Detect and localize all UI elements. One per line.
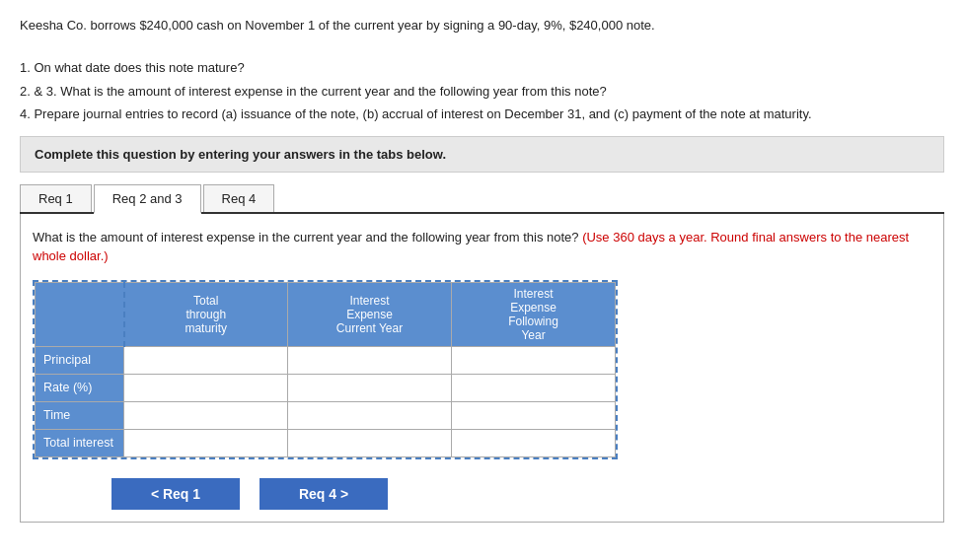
tab-req23[interactable]: Req 2 and 3 <box>94 184 201 214</box>
input-r2-c2[interactable] <box>456 408 611 422</box>
input-r0-c2[interactable] <box>456 353 611 367</box>
input-r0-c1[interactable] <box>292 353 447 367</box>
input-r2-c0[interactable] <box>128 408 283 422</box>
cell-r1-c0[interactable] <box>124 374 288 401</box>
tab-req4[interactable]: Req 4 <box>203 184 275 212</box>
input-r0-c0[interactable] <box>128 353 283 367</box>
tab-req1[interactable]: Req 1 <box>20 184 92 212</box>
input-r1-c1[interactable] <box>292 381 447 394</box>
row-label-total-interest: Total interest <box>36 429 124 456</box>
col-header-following: InterestExpenseFollowingYear <box>452 282 616 346</box>
corner-header <box>36 282 124 346</box>
row-label-time: Time <box>36 401 124 429</box>
next-button[interactable]: Req 4 > <box>260 478 388 510</box>
cell-r2-c2[interactable] <box>452 401 616 429</box>
cell-r3-c2[interactable] <box>452 429 616 456</box>
intro-q23: 2. & 3. What is the amount of interest e… <box>20 82 944 102</box>
table-row: Time <box>36 401 616 429</box>
cell-r0-c1[interactable] <box>288 346 452 374</box>
question-box: Complete this question by entering your … <box>20 136 944 173</box>
input-r3-c1[interactable] <box>292 436 447 450</box>
instruction-main: What is the amount of interest expense i… <box>33 230 579 245</box>
cell-r1-c2[interactable] <box>452 374 616 401</box>
interest-table: Totalthroughmaturity InterestExpenseCurr… <box>35 282 616 457</box>
row-label-principal: Principal <box>36 346 124 374</box>
cell-r3-c0[interactable] <box>124 429 288 456</box>
cell-r0-c0[interactable] <box>124 346 288 374</box>
col-header-total: Totalthroughmaturity <box>124 282 288 346</box>
table-row: Rate (%) <box>36 374 616 401</box>
input-r1-c0[interactable] <box>128 381 283 394</box>
tabs-row: Req 1 Req 2 and 3 Req 4 <box>20 184 944 214</box>
cell-r2-c1[interactable] <box>288 401 452 429</box>
cell-r3-c1[interactable] <box>288 429 452 456</box>
prev-button[interactable]: < Req 1 <box>111 478 240 510</box>
intro-line1: Keesha Co. borrows $240,000 cash on Nove… <box>20 16 944 35</box>
input-r2-c1[interactable] <box>292 408 447 422</box>
input-r1-c2[interactable] <box>456 381 611 394</box>
buttons-row: < Req 1 Req 4 > <box>111 478 931 510</box>
interest-table-wrapper: Totalthroughmaturity InterestExpenseCurr… <box>33 280 618 459</box>
table-row: Principal <box>36 346 616 374</box>
input-r3-c2[interactable] <box>456 436 611 450</box>
cell-r1-c1[interactable] <box>288 374 452 401</box>
intro-section: Keesha Co. borrows $240,000 cash on Nove… <box>20 16 944 124</box>
cell-r0-c2[interactable] <box>452 346 616 374</box>
tab-content: What is the amount of interest expense i… <box>20 214 944 523</box>
input-r3-c0[interactable] <box>128 436 283 450</box>
intro-q4: 4. Prepare journal entries to record (a)… <box>20 105 944 124</box>
intro-q1: 1. On what date does this note mature? <box>20 58 944 78</box>
instruction-text: What is the amount of interest expense i… <box>33 228 931 266</box>
cell-r2-c0[interactable] <box>124 401 288 429</box>
table-row: Total interest <box>36 429 616 456</box>
question-box-text: Complete this question by entering your … <box>35 147 446 162</box>
row-label-rate-(%): Rate (%) <box>36 374 124 401</box>
col-header-current: InterestExpenseCurrent Year <box>288 282 452 346</box>
